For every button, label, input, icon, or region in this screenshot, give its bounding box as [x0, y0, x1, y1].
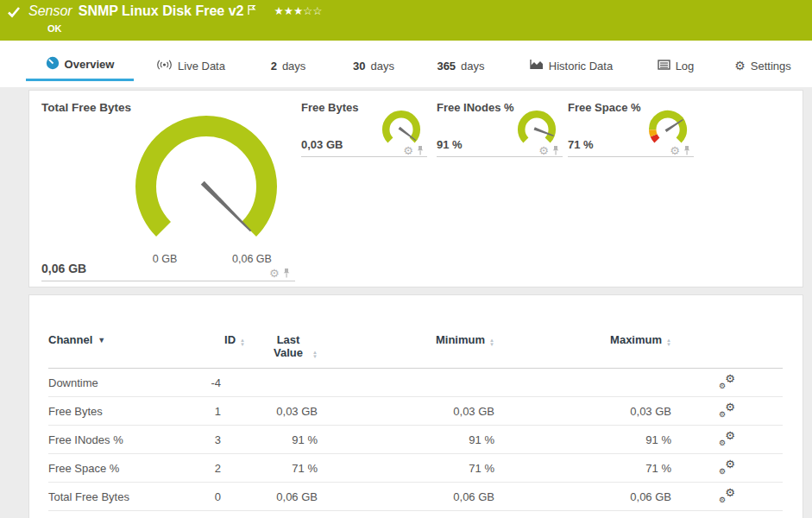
gauge-max-label: 0,06 GB [224, 253, 280, 265]
status-check-icon [7, 6, 21, 22]
col-header-id[interactable]: ID▲▼ [178, 333, 221, 369]
sort-icon: ▲▼ [312, 351, 318, 359]
gear-icon[interactable]: ⚙ [538, 146, 549, 156]
gear-icon[interactable]: ⚙ [269, 268, 280, 279]
pin-icon[interactable] [416, 143, 425, 159]
channel-settings-icon[interactable]: ⚙⚙ [719, 432, 735, 445]
pin-icon[interactable] [551, 143, 560, 159]
object-kind-label: Sensor [28, 3, 72, 19]
sensor-status-badge: OK [47, 23, 62, 34]
primary-gauge-title: Total Free Bytes [41, 101, 131, 114]
priority-stars[interactable]: ★★★☆☆ [274, 4, 322, 17]
gear-icon: ⚙ [734, 60, 746, 72]
gear-icon[interactable]: ⚙ [670, 146, 680, 156]
gauge-value: 91 % [437, 138, 463, 151]
tab-2-days[interactable]: 2 days [261, 50, 315, 81]
tab-live-data[interactable]: Live Data [155, 50, 226, 81]
gauge-value: 71 % [568, 138, 594, 151]
gauge-controls: ⚙ [670, 143, 691, 159]
gauge-needle [201, 181, 253, 233]
tab-settings[interactable]: ⚙ Settings [732, 50, 794, 81]
channel-settings-icon[interactable]: ⚙⚙ [719, 489, 735, 502]
tab-log[interactable]: Log [656, 50, 696, 81]
log-icon [658, 60, 670, 73]
primary-gauge-controls: ⚙ [269, 266, 291, 281]
gauge-block-free-bytes: Free Bytes 0,03 GB ⚙ [301, 101, 427, 158]
area-chart-icon [530, 59, 544, 73]
gauge-controls: ⚙ [538, 143, 560, 159]
channel-settings-icon[interactable]: ⚙⚙ [719, 375, 735, 388]
broadcast-icon [156, 59, 173, 73]
sort-icon: ▲▼ [666, 338, 671, 347]
col-header-minimum[interactable]: Minimum▲▼ [318, 333, 494, 369]
tab-overview[interactable]: Overview [26, 50, 134, 81]
channel-settings-icon[interactable]: ⚙⚙ [719, 403, 735, 417]
gauge-icon [46, 56, 60, 73]
sensor-title: SNMP Linux Disk Free v2 [79, 3, 244, 19]
flag-icon[interactable] [247, 3, 256, 19]
table-row[interactable]: Free INodes %391 %91 %91 % ⚙⚙ [48, 426, 783, 454]
primary-gauge-value: 0,06 GB [41, 262, 86, 275]
sort-icon: ▲▼ [489, 338, 494, 347]
sensor-page: Sensor SNMP Linux Disk Free v2 ★★★☆☆ OK … [0, 0, 812, 518]
gauge-min-label: 0 GB [137, 253, 192, 265]
col-header-channel[interactable]: Channel▼ [48, 333, 178, 369]
tab-historic-data[interactable]: Historic Data [526, 50, 616, 81]
gauges-panel: Total Free Bytes 0 GB 0,06 GB 0,06 GB ⚙ … [28, 90, 803, 287]
gauge-value: 0,03 GB [301, 138, 343, 151]
tab-30-days[interactable]: 30 days [345, 50, 402, 81]
chevron-down-icon: ▼ [98, 336, 105, 344]
gear-icon[interactable]: ⚙ [403, 146, 413, 156]
primary-gauge [133, 113, 280, 243]
table-row[interactable]: Free Bytes10,03 GB0,03 GB0,03 GB ⚙⚙ [48, 397, 783, 426]
tab-bar: Overview Live Data 2 days 30 days 365 da… [0, 41, 812, 87]
sensor-header: Sensor SNMP Linux Disk Free v2 ★★★☆☆ OK [0, 0, 812, 41]
pin-icon[interactable] [282, 266, 291, 281]
pin-icon[interactable] [683, 143, 691, 159]
col-header-maximum[interactable]: Maximum▲▼ [494, 333, 671, 369]
gauge-block-free-inodes: Free INodes % 91 % ⚙ [437, 101, 563, 158]
tab-365-days[interactable]: 365 days [430, 50, 492, 81]
channel-settings-icon[interactable]: ⚙⚙ [719, 460, 735, 474]
table-row[interactable]: Free Space %271 %71 %71 % ⚙⚙ [48, 454, 783, 483]
channels-panel: Channel▼ ID▲▼ Last Value▲▼ Minimum▲▼ Max… [28, 294, 803, 518]
table-row[interactable]: Total Free Bytes00,06 GB0,06 GB0,06 GB ⚙… [48, 483, 783, 511]
gauge-block-free-space: Free Space % 71 % ⚙ [568, 101, 694, 158]
gauge-controls: ⚙ [403, 143, 425, 159]
table-row[interactable]: Downtime-4 ⚙⚙ [48, 369, 783, 397]
sort-icon: ▲▼ [240, 338, 245, 347]
channels-table: Channel▼ ID▲▼ Last Value▲▼ Minimum▲▼ Max… [48, 333, 783, 511]
